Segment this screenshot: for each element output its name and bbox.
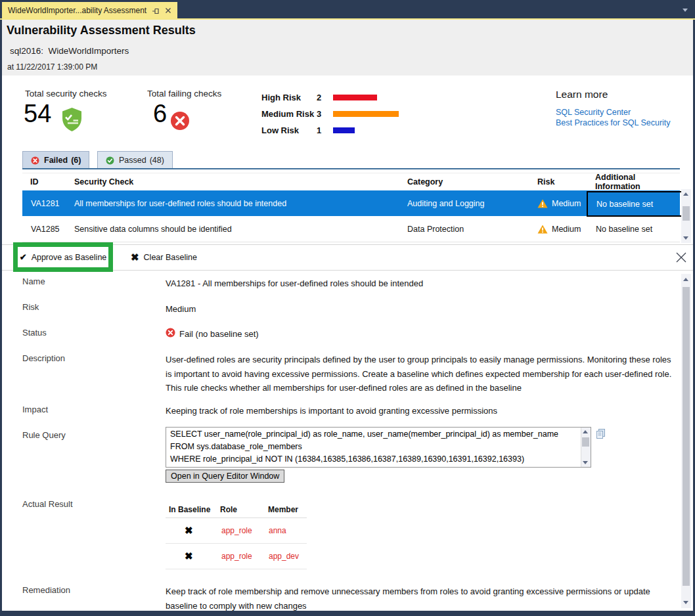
open-in-query-editor-button[interactable]: Open in Query Editor Window [166,470,284,483]
tab-list-caret-icon[interactable] [683,9,688,12]
grid-header-row: ID Security Check Category Risk Addition… [22,173,680,191]
warning-triangle-icon [537,225,548,234]
actual-result-label: Actual Result [22,499,73,509]
actual-result-header: In Baseline Role Member [166,501,307,518]
row-id: VA1281 [31,199,60,208]
details-close-icon[interactable] [674,250,688,265]
row-security-check: Sensitive data columns should be identif… [74,225,232,234]
rule-query-text[interactable]: SELECT user_name(role_principal_id) as r… [166,428,591,466]
actual-result-row: ✖ app_role app_dev [166,544,307,569]
col-header-risk[interactable]: Risk [537,177,554,187]
grid-scrollbar-thumb[interactable] [683,206,690,221]
grid-row-va1285[interactable]: VA1285 Sensitive data columns should be … [22,216,680,242]
row-additional-info: No baseline set [588,200,653,209]
risk-label: Risk [22,302,39,312]
clear-baseline-button[interactable]: ✖ Clear Baseline [127,250,201,265]
status-label: Status [22,328,47,338]
grid-scrollbar[interactable] [681,189,691,243]
impact-value: Keeping track of role memberships is imp… [166,404,678,418]
col-header-id[interactable]: ID [30,177,39,187]
low-risk-bar [333,127,355,133]
tab-failed[interactable]: Failed (6) [22,151,89,169]
approve-as-baseline-button[interactable]: ✔ Approve as Baseline [20,252,107,262]
rule-query-box[interactable]: SELECT user_name(role_principal_id) as r… [166,427,591,468]
copy-query-icon[interactable] [595,428,607,440]
document-tab[interactable]: WideWorldImporter...ability Assessment [2,2,177,18]
sql-security-center-link[interactable]: SQL Security Center [556,108,631,117]
learn-more-title: Learn more [556,89,608,100]
col-member: Member [268,505,298,514]
col-header-category[interactable]: Category [407,177,443,187]
medium-risk-label: Medium Risk [261,109,317,119]
row-security-check: All memberships for user-defined roles s… [74,199,286,208]
grid-row-va1281[interactable]: VA1281 All memberships for user-defined … [22,190,680,216]
approve-as-baseline-label: Approve as Baseline [32,253,107,262]
tab-close-icon[interactable] [165,7,171,14]
approve-highlight-annotation: ✔ Approve as Baseline [13,242,113,272]
tab-failed-count: (6) [71,156,81,165]
fail-circle-icon [170,111,190,133]
warning-triangle-icon [537,199,548,208]
passed-circle-icon [106,156,114,165]
row-additional-info: No baseline set [596,225,652,234]
status-fail-icon [166,328,175,338]
low-risk-label: Low Risk [261,125,317,135]
col-header-additional-info[interactable]: Additional Information [595,173,680,191]
scroll-up-icon[interactable] [683,192,688,196]
high-risk-label: High Risk [261,93,317,102]
additional-info-cell-focused[interactable]: No baseline set [587,191,684,217]
tab-passed[interactable]: Passed (48) [97,151,173,169]
row-category: Data Protection [407,225,464,234]
scroll-up-icon[interactable] [683,278,688,281]
x-mark-icon: ✖ [131,252,139,263]
actual-result-row: ✖ app_role anna [166,518,307,544]
risk-legend-row-medium: Medium Risk 3 [261,106,399,122]
col-in-baseline: In Baseline [169,505,210,514]
row-risk: Medium [552,225,581,234]
scroll-down-icon[interactable] [583,461,588,464]
col-role: Role [220,505,237,514]
tab-passed-label: Passed [119,156,146,165]
high-risk-count: 2 [317,93,331,102]
page-title: Vulnerability Assessment Results [7,24,196,37]
member-value: app_dev [269,552,299,561]
high-risk-bar [333,95,377,100]
name-value: VA1281 - All memberships for user-define… [166,276,423,291]
medium-risk-count: 3 [317,109,331,119]
medium-risk-bar [333,111,399,117]
details-scrollbar[interactable] [681,274,691,608]
best-practices-link[interactable]: Best Practices for SQL Security [556,118,671,127]
details-scrollbar-thumb[interactable] [683,287,690,586]
pin-icon[interactable] [152,7,160,14]
col-header-security-check[interactable]: Security Check [74,177,133,187]
scan-timestamp: at 11/22/2017 1:39:00 PM [7,62,97,72]
tab-passed-count: (48) [150,156,164,165]
clear-baseline-label: Clear Baseline [144,253,197,262]
remediation-label: Remediation [22,585,70,595]
row-category: Auditing and Logging [407,199,484,208]
rule-query-label: Rule Query [22,430,66,440]
query-scrollbar[interactable] [581,428,591,467]
query-scrollbar-thumb[interactable] [582,437,589,447]
actual-result-table: In Baseline Role Member ✖ app_role anna … [166,501,307,569]
description-value: User-defined roles are security principa… [166,353,678,395]
scroll-down-icon[interactable] [683,601,688,604]
description-label: Description [22,353,65,363]
risk-legend: High Risk 2 Medium Risk 3 Low Risk 1 [261,89,399,139]
scroll-up-icon[interactable] [583,430,588,433]
window-titlebar: WideWorldImporter...ability Assessment [0,0,695,20]
check-icon: ✔ [20,252,27,262]
failing-checks-value: 6 [153,100,167,128]
status-value: Fail (no baseline set) [179,327,259,341]
total-checks-value: 54 [24,100,51,128]
document-tab-title: WideWorldImporter...ability Assessment [8,6,146,15]
scroll-down-icon[interactable] [683,236,688,240]
tab-failed-label: Failed [44,156,68,165]
vulnerability-assessment-window: WideWorldImporter...ability Assessment V… [0,0,695,616]
risk-legend-row-high: High Risk 2 [261,89,399,106]
risk-value: Medium [166,302,196,317]
connection-label: sql2016: WideWorldImporters [10,46,129,56]
not-in-baseline-icon: ✖ [185,525,193,537]
shield-check-icon [61,107,83,135]
impact-label: Impact [22,405,48,414]
